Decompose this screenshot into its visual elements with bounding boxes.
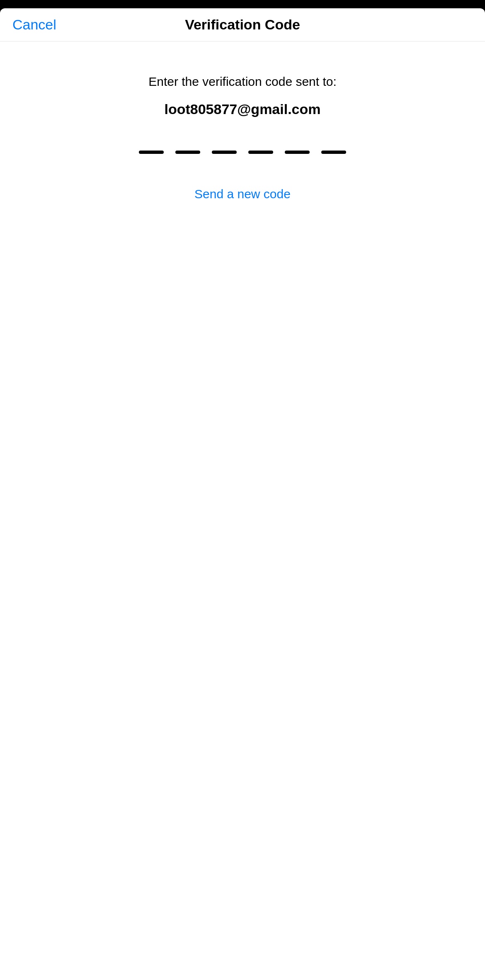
modal-background: Cancel Verification Code Enter the verif…	[0, 0, 485, 980]
cancel-button[interactable]: Cancel	[12, 17, 56, 33]
code-input-row[interactable]	[139, 151, 346, 154]
content-area: Enter the verification code sent to: loo…	[0, 41, 485, 218]
code-digit-4[interactable]	[248, 151, 273, 154]
modal-sheet: Cancel Verification Code Enter the verif…	[0, 8, 485, 980]
code-digit-3[interactable]	[212, 151, 237, 154]
code-digit-2[interactable]	[175, 151, 200, 154]
email-display: loot805877@gmail.com	[164, 101, 320, 117]
nav-bar: Cancel Verification Code	[0, 8, 485, 41]
send-new-code-button[interactable]: Send a new code	[194, 187, 291, 201]
code-digit-5[interactable]	[285, 151, 310, 154]
page-title: Verification Code	[185, 17, 300, 33]
code-digit-1[interactable]	[139, 151, 164, 154]
code-digit-6[interactable]	[321, 151, 346, 154]
instruction-text: Enter the verification code sent to:	[148, 75, 337, 89]
